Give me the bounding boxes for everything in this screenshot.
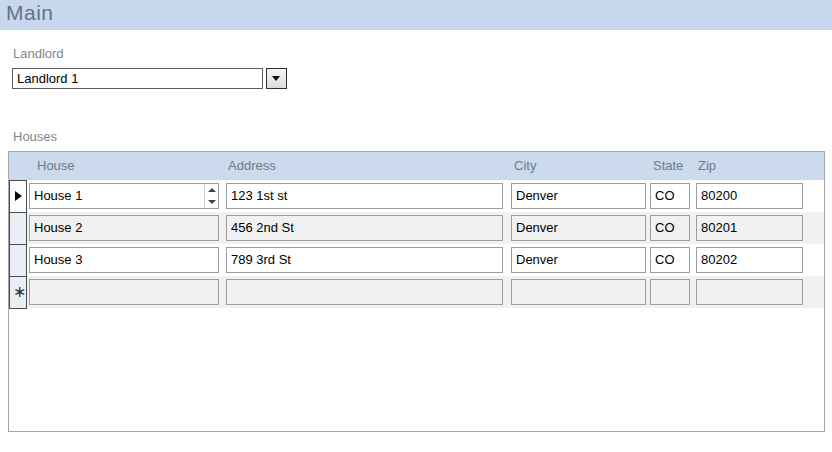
dropdown-arrow-icon xyxy=(272,76,280,81)
new-record-icon: ∗ xyxy=(13,284,26,300)
new-record-selector[interactable]: ∗ xyxy=(9,276,27,309)
state-field[interactable]: CO xyxy=(650,183,690,209)
city-field[interactable]: Denver xyxy=(511,183,646,209)
city-field-empty[interactable] xyxy=(511,279,646,305)
city-field[interactable]: Denver xyxy=(511,247,646,273)
city-field[interactable]: Denver xyxy=(511,215,646,241)
address-field-empty[interactable] xyxy=(226,279,503,305)
table-row: House 2 456 2nd St Denver CO 80201 xyxy=(9,212,824,244)
houses-datasheet: House Address City State Zip House 1 123… xyxy=(8,151,825,432)
house-field-value: House 1 xyxy=(34,188,82,203)
zip-field-empty[interactable] xyxy=(696,279,803,305)
house-field[interactable]: House 1 xyxy=(29,183,219,209)
column-header-city: City xyxy=(514,152,536,180)
address-field[interactable]: 123 1st st xyxy=(226,183,503,209)
page-title: Main xyxy=(6,1,54,25)
state-field[interactable]: CO xyxy=(650,247,690,273)
column-header-address: Address xyxy=(228,152,276,180)
house-field[interactable]: House 3 xyxy=(29,247,219,273)
zip-field[interactable]: 80202 xyxy=(696,247,803,273)
house-field[interactable]: House 2 xyxy=(29,215,219,241)
record-selector[interactable] xyxy=(9,180,27,213)
address-field[interactable]: 789 3rd St xyxy=(226,247,503,273)
column-header-house: House xyxy=(37,152,75,180)
spinner-up-icon xyxy=(208,188,216,192)
column-header-zip: Zip xyxy=(698,152,716,180)
record-selector[interactable] xyxy=(9,244,27,277)
houses-label: Houses xyxy=(13,129,57,144)
zip-field[interactable]: 80201 xyxy=(696,215,803,241)
column-header-state: State xyxy=(653,152,683,180)
current-record-icon xyxy=(15,191,22,201)
new-record-row: ∗ xyxy=(9,276,824,308)
state-field-empty[interactable] xyxy=(650,279,690,305)
address-field[interactable]: 456 2nd St xyxy=(226,215,503,241)
zip-field[interactable]: 80200 xyxy=(696,183,803,209)
record-selector[interactable] xyxy=(9,212,27,245)
spinner-down-icon xyxy=(208,200,216,204)
field-spinner[interactable] xyxy=(204,184,218,208)
landlord-combobox-dropdown-button[interactable] xyxy=(266,68,287,89)
landlord-label: Landlord xyxy=(13,46,64,61)
house-field-empty[interactable] xyxy=(29,279,219,305)
landlord-combobox[interactable]: Landlord 1 xyxy=(12,68,287,89)
state-field[interactable]: CO xyxy=(650,215,690,241)
landlord-combobox-value[interactable]: Landlord 1 xyxy=(12,68,263,89)
table-row: House 1 123 1st st Denver CO 80200 xyxy=(9,180,824,212)
form-header-bar: Main xyxy=(0,0,832,30)
main-form: Main Landlord Landlord 1 Houses House Ad… xyxy=(0,0,832,452)
table-row: House 3 789 3rd St Denver CO 80202 xyxy=(9,244,824,276)
datasheet-header-row: House Address City State Zip xyxy=(9,152,824,180)
